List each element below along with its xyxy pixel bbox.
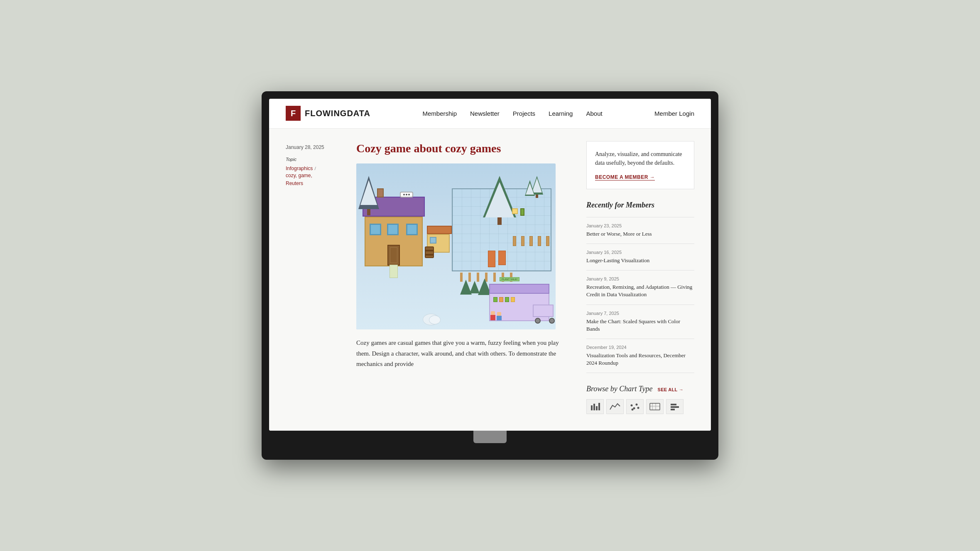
line-chart-icon	[609, 402, 621, 411]
topic-category-area: Infographics /	[286, 164, 340, 172]
stall-goods	[493, 297, 515, 302]
see-all-link[interactable]: SEE ALL →	[658, 387, 684, 392]
topic-category-link[interactable]: Infographics	[286, 166, 313, 171]
browse-section: Browse by Chart Type SEE ALL →	[586, 385, 694, 414]
char2-head	[497, 312, 501, 316]
item-1	[512, 208, 518, 214]
map-chart-icon	[649, 402, 661, 411]
monitor-screen: F FLOWINGDATA Membership Newsletter Proj…	[269, 99, 711, 431]
article-date-0: January 23, 2025	[586, 223, 694, 228]
plant-sign: PLANT SALE!	[500, 277, 519, 281]
fence-post-2	[521, 236, 524, 246]
snowpile-2	[429, 315, 441, 324]
chart-icon-scatter[interactable]	[626, 399, 644, 414]
article-date-2: January 9, 2025	[586, 276, 694, 281]
bubble-dots	[403, 194, 410, 195]
become-member-link[interactable]: BECOME A MEMBER →	[595, 174, 655, 180]
small-trunk-1	[536, 195, 538, 198]
main-nav: Membership Newsletter Projects Learning …	[422, 110, 602, 117]
post-orange-2	[498, 251, 506, 265]
site-name: FLOWINGDATA	[305, 109, 370, 118]
main-content: Cozy game about cozy games	[356, 141, 570, 414]
dot-1	[403, 194, 405, 195]
building-body	[365, 217, 423, 266]
fence-post-5	[546, 236, 549, 246]
svg-rect-12	[671, 409, 675, 410]
topic-tag-cozy[interactable]: cozy	[286, 173, 296, 178]
article-date-3: January 7, 2025	[586, 311, 694, 316]
window-3	[406, 224, 418, 235]
market-area: PLANT SALE!	[458, 269, 549, 323]
wheel-1	[535, 318, 541, 324]
article-date-4: December 19, 2024	[586, 345, 694, 350]
nav-learning[interactable]: Learning	[549, 110, 573, 117]
nav-projects[interactable]: Projects	[513, 110, 535, 117]
barrel-band-2	[426, 254, 433, 256]
topic-tags: cozy, game, Reuters	[286, 172, 340, 188]
cart-wheels	[533, 318, 556, 324]
svg-point-7	[637, 407, 639, 409]
character-2	[496, 312, 502, 320]
featured-image: PLANT SALE!	[356, 163, 556, 329]
topic-tag-reuters[interactable]: Reuters	[286, 180, 303, 186]
post-date: January 28, 2025	[286, 144, 340, 150]
chart-type-icons-row	[586, 399, 694, 414]
table-area	[512, 208, 524, 216]
svg-rect-10	[671, 404, 676, 405]
chart-icon-map[interactable]	[646, 399, 664, 414]
door	[387, 245, 400, 266]
browse-header: Browse by Chart Type SEE ALL →	[586, 385, 694, 393]
small-tree-2	[525, 180, 535, 196]
stall-awning	[489, 284, 549, 294]
monitor-frame: F FLOWINGDATA Membership Newsletter Proj…	[262, 91, 718, 460]
char2-body	[497, 316, 502, 320]
member-article-4: December 19, 2024 Visualization Tools an…	[586, 339, 694, 373]
speech-bubble	[400, 192, 413, 197]
logo-link[interactable]: F FLOWINGDATA	[286, 106, 370, 121]
site-header: F FLOWINGDATA Membership Newsletter Proj…	[269, 99, 711, 129]
fence-post-3	[529, 236, 533, 246]
bar-chart-icon	[590, 402, 600, 411]
topic-tag-game[interactable]: game	[298, 173, 311, 178]
svg-rect-0	[591, 405, 593, 410]
membership-description: Analyze, visualize, and communicate data…	[595, 150, 686, 167]
article-title-1[interactable]: Longer-Lasting Visualization	[586, 257, 694, 264]
article-date-1: January 16, 2025	[586, 250, 694, 255]
fence-post-4	[538, 236, 541, 246]
fence-b-5	[493, 273, 496, 282]
chart-icon-bar[interactable]	[586, 399, 604, 414]
big-snow-tree	[483, 172, 516, 225]
article-title-2[interactable]: Recreation, Remixing, and Adaptation — G…	[586, 283, 694, 298]
svg-rect-3	[598, 403, 600, 410]
recently-members-title: Recently for Members	[586, 201, 694, 210]
window-1	[370, 224, 381, 235]
svg-rect-9	[650, 403, 660, 410]
logo-icon: F	[286, 106, 301, 121]
chart-icon-line[interactable]	[606, 399, 624, 414]
svg-point-6	[636, 404, 638, 406]
article-title-0[interactable]: Better or Worse, More or Less	[586, 230, 694, 238]
char1-body	[490, 315, 495, 320]
plant-2	[499, 297, 503, 302]
nav-newsletter[interactable]: Newsletter	[470, 110, 500, 117]
tall-tree-left	[358, 176, 379, 215]
nav-about[interactable]: About	[586, 110, 602, 117]
small-tree-snow-2	[526, 183, 534, 195]
member-article-0: January 23, 2025 Better or Worse, More o…	[586, 217, 694, 244]
article-title-3[interactable]: Make the Chart: Scaled Squares with Colo…	[586, 318, 694, 333]
member-article-2: January 9, 2025 Recreation, Remixing, an…	[586, 270, 694, 304]
topic-label: Topic	[286, 157, 340, 162]
cart-body	[533, 305, 554, 317]
post-title: Cozy game about cozy games	[356, 141, 570, 156]
article-title-4[interactable]: Visualization Tools and Resources, Decem…	[586, 352, 694, 367]
monitor-stand	[473, 431, 507, 443]
membership-box: Analyze, visualize, and communicate data…	[586, 141, 694, 189]
nav-membership[interactable]: Membership	[422, 110, 457, 117]
chart-icon-bar2[interactable]	[666, 399, 684, 414]
svg-rect-11	[671, 406, 679, 408]
char1-head	[491, 311, 495, 315]
svg-point-5	[633, 407, 635, 410]
member-login-link[interactable]: Member Login	[654, 110, 694, 117]
window-2	[387, 224, 399, 235]
market-stall: PLANT SALE!	[489, 284, 549, 321]
